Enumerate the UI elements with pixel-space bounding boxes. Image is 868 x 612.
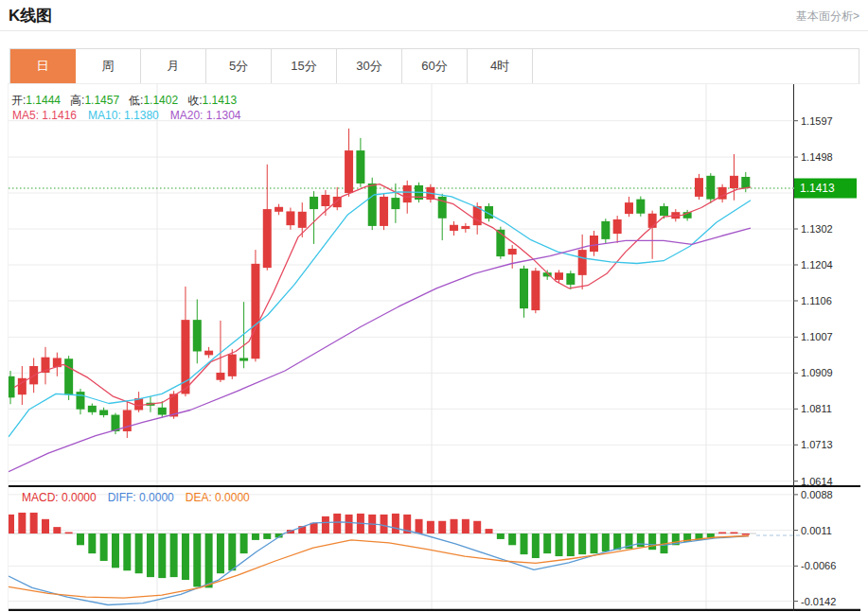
svg-text:1.1007: 1.1007 <box>801 331 833 342</box>
tab-item-1[interactable]: 周 <box>76 49 141 83</box>
svg-text:1.1597: 1.1597 <box>801 115 833 127</box>
current-price-tag: 1.1413 <box>793 179 857 199</box>
page-title: K线图 <box>9 5 52 26</box>
fundamental-analysis-link[interactable]: 基本面分析> <box>796 9 859 25</box>
kline-widget: K线图 基本面分析> 日周月5分15分30分60分4时 1.15971.1498… <box>0 0 868 612</box>
svg-text:1.1498: 1.1498 <box>801 151 833 163</box>
svg-text:1.0614: 1.0614 <box>801 476 833 487</box>
tab-item-4[interactable]: 15分 <box>272 49 337 83</box>
tab-item-6[interactable]: 60分 <box>402 49 468 83</box>
tab-item-3[interactable]: 5分 <box>206 49 272 83</box>
kline-chart-canvas[interactable]: 1.15971.14981.13021.12041.11061.10071.09… <box>9 84 860 611</box>
svg-text:1.0811: 1.0811 <box>801 403 832 414</box>
svg-text:1.1204: 1.1204 <box>801 259 833 271</box>
tab-item-5[interactable]: 30分 <box>337 49 402 83</box>
svg-text:0.0011: 0.0011 <box>801 525 832 536</box>
svg-text:-0.0142: -0.0142 <box>801 596 836 607</box>
chart-container: 1.15971.14981.13021.12041.11061.10071.09… <box>8 83 860 611</box>
tabstrip-filler <box>533 49 859 83</box>
tab-item-7[interactable]: 4时 <box>468 49 533 83</box>
svg-text:-0.0066: -0.0066 <box>801 560 836 571</box>
candles-layer <box>9 129 750 438</box>
svg-text:1.0909: 1.0909 <box>801 367 833 378</box>
svg-text:1.0713: 1.0713 <box>801 439 833 450</box>
period-tabstrip: 日周月5分15分30分60分4时 <box>9 48 859 84</box>
axis-layer: 1.15971.14981.13021.12041.11061.10071.09… <box>9 84 860 611</box>
svg-text:1.1106: 1.1106 <box>801 295 832 306</box>
tab-item-2[interactable]: 月 <box>141 49 206 83</box>
macd-histogram-layer <box>9 513 750 587</box>
svg-text:0.0088: 0.0088 <box>801 489 833 500</box>
svg-text:1.1302: 1.1302 <box>801 223 833 235</box>
title-divider <box>0 30 868 31</box>
tab-item-0[interactable]: 日 <box>10 49 76 83</box>
svg-text:1.1413: 1.1413 <box>800 182 835 195</box>
